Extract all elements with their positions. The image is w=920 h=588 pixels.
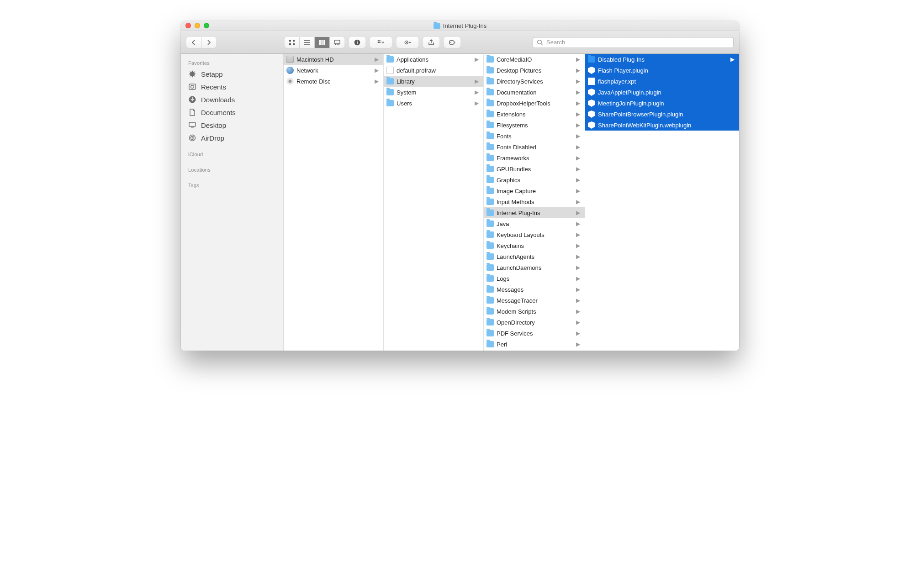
file-row[interactable]: default.profraw [384,65,483,76]
file-row[interactable]: DropboxHelperTools▶ [484,98,585,109]
file-row[interactable]: Network▶ [284,65,383,76]
file-row[interactable]: Fonts▶ [484,131,585,142]
file-row[interactable]: OpenDirectory▶ [484,317,585,328]
file-row[interactable]: JavaAppletPlugin.plugin [585,87,739,98]
file-row[interactable]: Macintosh HD▶ [284,54,383,65]
chevron-right-icon: ▶ [475,100,481,106]
file-row[interactable]: Applications▶ [384,54,483,65]
sidebar-item-downloads[interactable]: Downloads [181,93,283,106]
file-row[interactable]: Users▶ [384,98,483,109]
file-row[interactable]: Logs▶ [484,273,585,284]
chevron-right-icon [205,39,212,46]
file-row-label: Perl [497,341,507,348]
file-row[interactable]: Keychains▶ [484,240,585,251]
file-row[interactable]: Perl▶ [484,339,585,350]
gear-icon [404,39,411,46]
chevron-right-icon: ▶ [576,122,582,128]
sidebar-item-documents[interactable]: Documents [181,106,283,119]
back-button[interactable] [186,37,201,48]
file-row[interactable]: Keyboard Layouts▶ [484,229,585,240]
file-row[interactable]: Graphics▶ [484,174,585,185]
column-1[interactable]: Applications▶default.profrawLibrary▶Syst… [384,54,484,351]
chevron-right-icon: ▶ [576,264,582,271]
column-0[interactable]: Macintosh HD▶Network▶Remote Disc▶ [284,54,384,351]
gallery-view-button[interactable] [330,37,344,48]
forward-button[interactable] [201,37,216,48]
sidebar-item-desktop[interactable]: Desktop [181,119,283,131]
column-3[interactable]: Disabled Plug-Ins▶Flash Player.pluginfla… [585,54,739,351]
sidebar-item-setapp[interactable]: Setapp [181,68,283,80]
chevron-right-icon: ▶ [576,308,582,315]
plugin-icon [588,110,595,118]
search-field[interactable] [533,37,734,48]
file-row[interactable]: Frameworks▶ [484,152,585,163]
file-row[interactable]: Filesystems▶ [484,120,585,131]
share-button[interactable] [423,37,439,48]
file-row[interactable]: LaunchAgents▶ [484,251,585,262]
tag-icon [449,39,456,46]
group-button-group [370,37,392,48]
file-row[interactable]: MessageTracer▶ [484,295,585,306]
file-row[interactable]: Modem Scripts▶ [484,306,585,317]
file-row[interactable]: Documentation▶ [484,87,585,98]
file-row[interactable]: Disabled Plug-Ins▶ [585,54,739,65]
share-icon [428,39,435,46]
file-row[interactable]: PDF Services▶ [484,328,585,339]
file-row[interactable]: Remote Disc▶ [284,76,383,87]
traffic-lights [185,23,209,28]
folder-icon [486,199,494,205]
list-view-button[interactable] [300,37,315,48]
sidebar-header-tags: Tags [181,180,283,190]
plugin-icon [588,67,595,74]
file-row[interactable]: DirectoryServices▶ [484,76,585,87]
file-row[interactable]: Desktop Pictures▶ [484,65,585,76]
get-info-button[interactable] [349,37,365,48]
file-row[interactable]: Internet Plug-Ins▶ [484,207,585,218]
zoom-window-button[interactable] [204,23,209,28]
edit-tags-button[interactable] [444,37,460,48]
file-row[interactable]: Input Methods▶ [484,196,585,207]
svg-rect-25 [189,122,196,126]
action-menu-button[interactable] [397,37,418,48]
file-row[interactable]: flashplayer.xpt [585,76,739,87]
svg-point-21 [538,40,542,44]
sidebar-item-airdrop[interactable]: AirDrop [181,131,283,144]
file-row[interactable]: Java▶ [484,218,585,229]
file-row[interactable]: LaunchDaemons▶ [484,262,585,273]
file-row[interactable]: Library▶ [384,76,483,87]
folder-icon [434,23,440,29]
file-row-label: Modem Scripts [497,308,536,315]
minimize-window-button[interactable] [195,23,200,28]
file-row[interactable]: Messages▶ [484,284,585,295]
chevron-right-icon: ▶ [576,100,582,106]
chevron-right-icon: ▶ [576,89,582,95]
search-icon [536,39,544,46]
file-row[interactable]: Extensions▶ [484,109,585,120]
file-row[interactable]: GPUBundles▶ [484,163,585,174]
file-row[interactable]: System▶ [384,87,483,98]
file-row-label: Library [397,78,415,85]
svg-rect-2 [289,43,291,45]
svg-rect-22 [189,84,196,89]
network-icon [286,67,294,74]
chevron-right-icon: ▶ [576,341,582,347]
chevron-right-icon: ▶ [576,56,582,63]
file-row[interactable]: SharePointBrowserPlugin.plugin [585,109,739,120]
file-row[interactable]: MeetingJoinPlugin.plugin [585,98,739,109]
group-by-button[interactable] [370,37,392,48]
column-view-button[interactable] [315,37,330,48]
chevron-right-icon: ▶ [475,78,481,84]
file-row[interactable]: Flash Player.plugin [585,65,739,76]
file-row[interactable]: Fonts Disabled▶ [484,142,585,152]
file-row-label: Applications [397,56,428,63]
sidebar-item-recents[interactable]: Recents [181,80,283,93]
icon-view-button[interactable] [285,37,300,48]
info-icon [354,39,361,46]
disc-icon [286,78,294,85]
close-window-button[interactable] [185,23,191,28]
search-input[interactable] [546,39,730,46]
file-row[interactable]: Image Capture▶ [484,185,585,196]
column-2[interactable]: CoreMediaIO▶Desktop Pictures▶DirectorySe… [484,54,585,351]
file-row[interactable]: SharePointWebKitPlugin.webplugin [585,120,739,131]
file-row[interactable]: CoreMediaIO▶ [484,54,585,65]
